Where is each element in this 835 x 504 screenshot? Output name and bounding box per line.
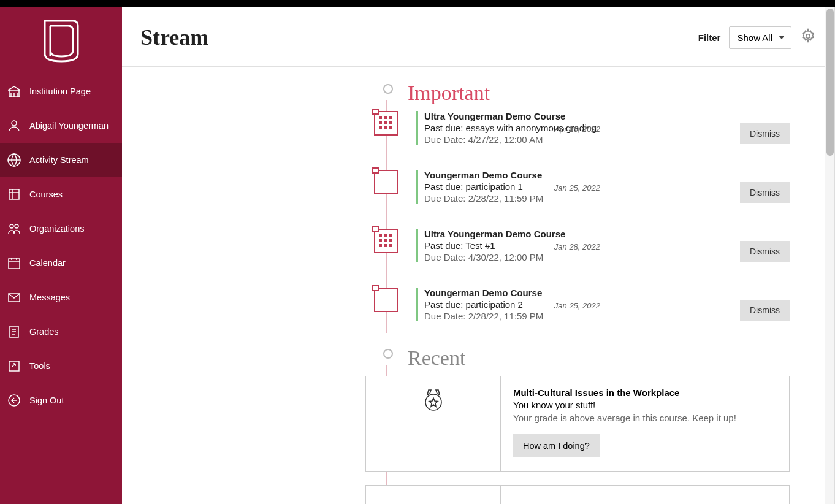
messages-icon (6, 289, 22, 305)
svg-point-0 (12, 121, 17, 126)
user-icon (6, 118, 22, 134)
stream-item-course: Multi-Cultural Issues in the Workplace (513, 388, 777, 398)
dismiss-button[interactable]: Dismiss (740, 300, 790, 321)
stream-item-course: Youngerman Demo Course (424, 170, 740, 180)
stream-item (365, 485, 834, 504)
sidebar-item-label: Tools (29, 361, 50, 371)
stream-item-title: You know your stuff! (513, 400, 777, 410)
page-title: Stream (140, 25, 208, 50)
sidebar-item-label: Messages (29, 292, 70, 302)
stream-item-date: Jan 25, 2022 (554, 183, 609, 193)
sidebar-item-label: Courses (29, 189, 63, 199)
svg-rect-7 (9, 259, 20, 269)
chevron-down-icon (779, 36, 785, 39)
grades-icon (6, 324, 22, 340)
sidebar-item-calendar[interactable]: Calendar (0, 246, 122, 280)
filter-dropdown[interactable]: Show All (729, 26, 791, 49)
sidebar-item-tools[interactable]: Tools (0, 349, 122, 383)
recent-section-header: Recent (379, 346, 834, 370)
assignment-icon (374, 288, 398, 312)
stream-item-course: Youngerman Demo Course (424, 288, 740, 298)
svg-rect-16 (9, 361, 19, 371)
filter-value: Show All (737, 32, 772, 43)
stream-content: Important Apr 26, 2022 Ultra Youngerman … (122, 67, 834, 504)
stream-item[interactable]: Jan 25, 2022 Youngerman Demo Course Past… (365, 170, 790, 215)
sidebar-item-activity-stream[interactable]: Activity Stream (0, 143, 122, 177)
assignment-icon (374, 229, 398, 253)
sidebar-item-courses[interactable]: Courses (0, 177, 122, 212)
stream-item[interactable]: Jan 28, 2022 Ultra Youngerman Demo Cours… (365, 229, 790, 274)
sidebar: Institution Page Abigail Youngerman Acti… (0, 7, 122, 504)
sidebar-item-organizations[interactable]: Organizations (0, 212, 122, 246)
svg-rect-2 (9, 189, 19, 199)
stream-item-description: Your grade is above average in this cour… (513, 413, 777, 423)
settings-button[interactable] (800, 28, 816, 47)
stream-item-due: Due Date: 4/27/22, 12:00 AM (424, 134, 740, 145)
grade-performance-card-partial[interactable] (365, 485, 790, 504)
sidebar-item-label: Grades (29, 327, 59, 337)
browser-tab-bar (0, 0, 835, 7)
important-section-header: Important (379, 82, 834, 105)
stream-item-course: Ultra Youngerman Demo Course (424, 229, 740, 239)
courses-icon (6, 186, 22, 202)
stream-item-date: Apr 26, 2022 (555, 124, 609, 134)
stream-item-course: Ultra Youngerman Demo Course (424, 111, 740, 121)
institution-icon (6, 83, 22, 99)
how-am-i-doing-button[interactable]: How am I doing? (513, 434, 600, 457)
sidebar-item-label: Organizations (29, 224, 84, 234)
stream-item: Jun 18, 2022 Mu (365, 376, 834, 472)
grade-performance-card[interactable]: Multi-Cultural Issues in the Workplace Y… (365, 376, 790, 472)
recent-timeline: Jun 18, 2022 Mu (122, 376, 834, 504)
svg-point-6 (15, 224, 18, 228)
globe-icon (6, 152, 22, 168)
sidebar-item-profile[interactable]: Abigail Youngerman (0, 109, 122, 143)
logo-icon (42, 18, 80, 64)
stream-item[interactable]: Apr 26, 2022 Ultra Youngerman Demo Cours… (365, 111, 790, 156)
stream-item-date: Jan 25, 2022 (554, 301, 609, 310)
sidebar-item-label: Abigail Youngerman (29, 121, 109, 131)
dismiss-button[interactable]: Dismiss (740, 123, 790, 144)
main-content: Stream Filter Show All Important Ap (122, 7, 835, 504)
sidebar-item-label: Calendar (29, 258, 66, 268)
stream-item-due: Due Date: 2/28/22, 11:59 PM (424, 193, 740, 204)
svg-point-18 (806, 34, 810, 39)
assignment-icon (374, 111, 398, 136)
sidebar-item-messages[interactable]: Messages (0, 280, 122, 315)
stream-item-date: Jan 28, 2022 (554, 242, 609, 251)
assignment-icon (374, 170, 398, 194)
stream-item-due: Due Date: 2/28/22, 11:59 PM (424, 311, 740, 321)
stream-item-due: Due Date: 4/30/22, 12:00 PM (424, 252, 740, 262)
sidebar-item-label: Sign Out (29, 395, 64, 405)
gear-icon (800, 28, 816, 44)
institution-logo[interactable] (0, 7, 122, 74)
calendar-icon (6, 255, 22, 271)
important-section-title: Important (408, 82, 490, 105)
dismiss-button[interactable]: Dismiss (740, 182, 790, 203)
sidebar-item-label: Activity Stream (29, 155, 89, 165)
dismiss-button[interactable]: Dismiss (740, 241, 790, 262)
scrollbar-thumb[interactable] (826, 9, 834, 156)
organizations-icon (6, 221, 22, 237)
filter-label: Filter (698, 32, 721, 43)
sidebar-item-signout[interactable]: Sign Out (0, 383, 122, 418)
tools-icon (6, 358, 22, 374)
page-header: Stream Filter Show All (122, 7, 834, 67)
sidebar-item-label: Institution Page (29, 86, 91, 96)
stream-item[interactable]: Jan 25, 2022 Youngerman Demo Course Past… (365, 288, 790, 333)
signout-icon (6, 392, 22, 408)
award-icon (422, 388, 444, 414)
recent-section-title: Recent (408, 346, 465, 370)
sidebar-item-institution[interactable]: Institution Page (0, 74, 122, 109)
svg-point-5 (10, 224, 13, 228)
sidebar-item-grades[interactable]: Grades (0, 315, 122, 349)
important-timeline: Apr 26, 2022 Ultra Youngerman Demo Cours… (122, 111, 834, 333)
